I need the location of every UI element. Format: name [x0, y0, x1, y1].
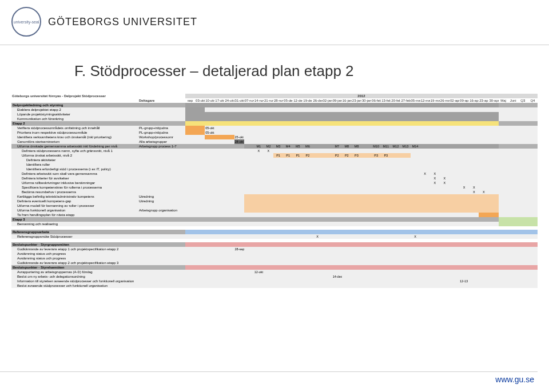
- date-header: 03-okt: [195, 98, 205, 103]
- task-name: Beslutspunkter - Styrelsemöten: [11, 265, 138, 270]
- task-participants: Utredning: [138, 194, 185, 199]
- cell-label: X: [483, 190, 485, 194]
- task-participants: [138, 283, 185, 288]
- task-participants: [138, 274, 185, 279]
- date-header: 05-dec: [283, 98, 293, 103]
- cell-label: X: [433, 177, 436, 180]
- date-header: Maj: [499, 98, 508, 103]
- footer-url: www.gu.se: [495, 375, 534, 384]
- cell-label: M3: [276, 145, 281, 148]
- cell-label: X: [444, 181, 446, 185]
- cell-label: M11: [383, 145, 389, 148]
- cell-label: X: [473, 186, 475, 189]
- task-participants: [138, 162, 185, 167]
- cell-label: P2: [345, 154, 349, 157]
- gantt-title: Göteborgs universitet förnyas - Delproje…: [11, 94, 138, 98]
- date-header: 07-nov: [244, 98, 254, 103]
- cell-label: M4: [286, 145, 291, 148]
- task-name: Kartlägga befintlig teknisk/administrati…: [11, 194, 138, 199]
- year-header: 2012: [185, 94, 538, 98]
- task-name: Identifiera verksamhetens krav och önske…: [11, 135, 138, 139]
- task-name: Specificera kompetenskrav för rollerna i…: [11, 185, 138, 190]
- date-header: 19-mar: [430, 98, 440, 103]
- date-header: 31-okt: [234, 98, 244, 103]
- task-name: Identifiera erforderligt stöd i processe…: [11, 167, 138, 171]
- cell-label: 05-okt: [205, 131, 214, 134]
- task-participants: [138, 203, 185, 208]
- cell-label: M2: [266, 145, 271, 148]
- date-header: Juni: [508, 98, 518, 103]
- task-name: Avstämning status och progress: [11, 251, 138, 256]
- task-name: Beslut om ny arbets- och delegationsordn…: [11, 274, 138, 279]
- slide-title: F. Stödprocesser – detaljerad plan etapp…: [74, 62, 549, 80]
- date-header: 19-dec: [303, 98, 312, 103]
- task-name: Information till styrelsen avseende stöd…: [11, 279, 138, 283]
- date-header: 16-jan: [342, 98, 352, 103]
- cell-label: M6: [305, 145, 310, 148]
- task-participants: [138, 176, 185, 181]
- task-participants: [138, 261, 185, 265]
- date-header: 16-apr: [469, 98, 479, 103]
- date-header: 17-okt: [214, 98, 224, 103]
- cell-label: X: [433, 172, 436, 175]
- task-name: Utforma önskade gemensamma arbetssätt in…: [11, 144, 138, 149]
- cell-label: M12: [393, 145, 399, 148]
- task-name: Genomföra startseminarium: [11, 139, 138, 144]
- task-participants: [138, 121, 185, 126]
- participants-header: Deltagare: [138, 98, 185, 103]
- date-header: 14-nov: [254, 98, 264, 103]
- task-participants: [138, 222, 185, 226]
- date-header: sep: [185, 98, 195, 103]
- task-name: Definiera stödprocessens namn, syfte och…: [11, 149, 138, 153]
- task-participants: [138, 213, 185, 217]
- task-name: Etablera delprojektet etapp 2: [11, 107, 138, 112]
- task-participants: Arbetsgrupp organisation: [138, 208, 185, 213]
- date-header: Q4: [528, 98, 538, 103]
- task-participants: PL-grupp+inbjudna: [138, 126, 185, 130]
- date-header: 28-nov: [273, 98, 283, 103]
- date-header: 26-dec: [312, 98, 322, 103]
- task-participants: [138, 217, 185, 222]
- cell-label: X: [414, 235, 416, 238]
- task-participants: [138, 190, 185, 194]
- task-participants: [138, 279, 185, 283]
- task-participants: [138, 181, 185, 185]
- task-participants: PL-grupp+inbjudna: [138, 130, 185, 135]
- task-participants: [138, 230, 185, 234]
- task-participants: Alla arbetsgrupper: [138, 139, 185, 144]
- task-name: Etapp 3: [11, 217, 138, 222]
- task-name: Bemanning och realisering: [11, 222, 138, 226]
- date-header: Q3: [518, 98, 528, 103]
- task-participants: [138, 107, 185, 112]
- date-header: 06-feb: [371, 98, 381, 103]
- cell-label: P3: [384, 154, 388, 157]
- date-header: 13-feb: [381, 98, 391, 103]
- cell-label: P3: [374, 154, 378, 157]
- date-header: 26-mar: [440, 98, 449, 103]
- task-participants: [138, 149, 185, 153]
- task-name: Avrapportering av arbetsgruppernas (A-D)…: [11, 270, 138, 274]
- date-header: 23-jan: [352, 98, 361, 103]
- task-participants: [138, 251, 185, 256]
- task-participants: [138, 171, 185, 176]
- date-header: 27-feb: [400, 98, 410, 103]
- task-participants: [138, 112, 185, 117]
- cell-label: 12-okt: [254, 270, 263, 274]
- task-name: Löpande projektstyrningsaktiviteter: [11, 112, 138, 117]
- task-participants: [138, 242, 185, 247]
- task-name: Identifiera roller: [11, 162, 138, 167]
- cell-label: M1: [257, 145, 261, 148]
- gantt-chart: Göteborgs universitet förnyas - Delproje…: [11, 94, 538, 288]
- task-name: Prioritera inom respektive stödprocessom…: [11, 130, 138, 135]
- gantt-header: Göteborgs universitet förnyas - Delproje…: [11, 94, 538, 103]
- task-participants: [138, 270, 185, 274]
- cell-label: M14: [412, 145, 419, 148]
- task-participants: [138, 234, 185, 239]
- university-header: university-seal GÖTEBORGS UNIVERSITET: [0, 0, 549, 45]
- task-participants: [138, 103, 185, 107]
- date-header: 21-nov: [264, 98, 273, 103]
- cell-label: M7: [335, 145, 339, 148]
- cell-label: P3: [355, 154, 359, 157]
- task-participants: [138, 185, 185, 190]
- task-name: Referensgruppsarbete: [11, 230, 138, 234]
